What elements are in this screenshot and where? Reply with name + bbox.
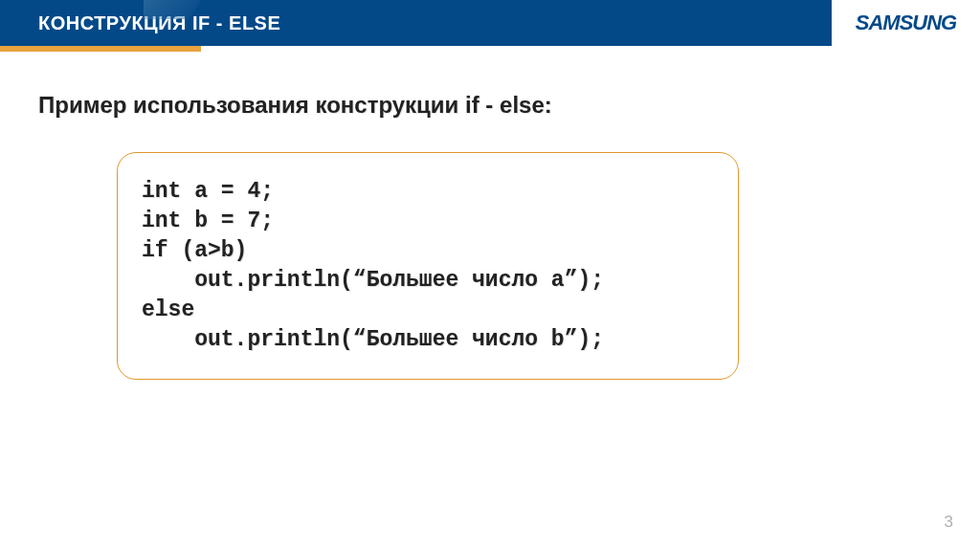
content-area: Пример использования конструкции if - el…: [0, 46, 980, 380]
subtitle: Пример использования конструкции if - el…: [38, 92, 942, 119]
logo-box: SAMSUNG: [832, 0, 980, 46]
code-line-2: int b = 7;: [142, 207, 714, 236]
code-line-5: else: [142, 296, 714, 325]
logo-text: SAMSUNG: [856, 11, 956, 35]
accent-line: [0, 46, 201, 52]
code-line-3: if (a>b): [142, 236, 714, 266]
code-line-1: int a = 4;: [142, 177, 714, 207]
header-bar: КОНСТРУКЦИЯ IF - ELSE SAMSUNG: [0, 0, 980, 46]
code-line-6: out.println(“Большее число b”);: [142, 325, 714, 355]
code-box: int a = 4; int b = 7; if (a>b) out.print…: [117, 152, 739, 380]
page-number: 3: [945, 513, 953, 532]
code-line-4: out.println(“Большее число a”);: [142, 266, 714, 296]
